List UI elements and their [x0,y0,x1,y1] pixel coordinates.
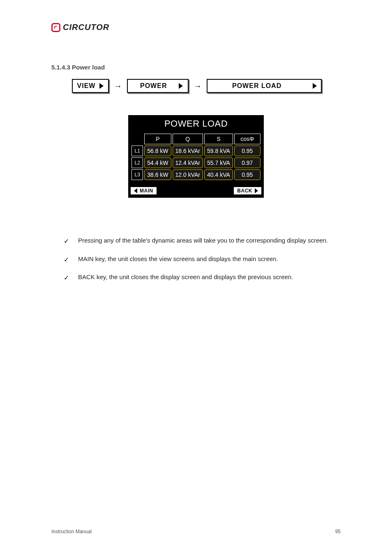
table-row[interactable]: L3 38.6 kW 12.0 kVAr 40.4 kVA 0.95 [131,169,261,180]
cell[interactable]: 56.8 kW [144,146,171,156]
section-heading: 5.1.4.3 Power load [51,64,105,71]
play-right-icon [255,188,258,193]
cell[interactable]: 54.4 kW [144,157,171,168]
cell[interactable]: 12.4 kVAr [173,157,203,168]
row-header: L3 [131,169,143,180]
crumb-power-button[interactable]: POWER [127,79,189,93]
play-right-icon [313,83,317,89]
col-header: S [204,134,233,144]
cell[interactable]: 0.97 [234,157,261,168]
bullet-text: BACK key, the unit closes the display sc… [78,273,293,281]
bullet-text: MAIN key, the unit closes the view scree… [78,255,278,263]
play-left-icon [134,188,137,193]
bullet-list: ✓ Pressing any of the table's dynamic ar… [64,236,330,291]
check-icon: ✓ [64,255,69,264]
list-item: ✓ MAIN key, the unit closes the view scr… [64,255,330,264]
cell[interactable]: 0.95 [234,169,261,180]
power-table: P Q S cosΦ L1 56.8 kW 18.6 kVAr 59.8 kVA… [130,132,262,181]
row-header: L1 [131,146,143,156]
footer-left: Instruction Manual [51,529,92,534]
device-footer: MAIN BACK [129,187,263,197]
crumb-power-label: POWER [140,82,167,90]
col-header: P [144,134,171,144]
col-header: Q [173,134,203,144]
col-header: cosΦ [234,134,261,144]
bullet-text: Pressing any of the table's dynamic area… [78,236,328,245]
play-right-icon [179,83,183,89]
table-row[interactable]: L1 56.8 kW 18.6 kVAr 59.8 kVA 0.95 [131,146,261,156]
arrow-icon: → [194,81,202,91]
check-icon: ✓ [64,237,69,246]
device-title: POWER LOAD [129,116,263,132]
back-button[interactable]: BACK [234,187,261,194]
crumb-view-label: VIEW [77,82,96,90]
main-button-label: MAIN [140,188,153,194]
play-right-icon [99,83,104,89]
cell[interactable]: 0.95 [234,146,261,156]
cell[interactable]: 55.7 kVA [204,157,233,168]
arrow-icon: → [114,81,122,91]
cell[interactable]: 12.0 kVAr [173,169,203,180]
page-number: 95 [335,529,341,534]
cell[interactable]: 40.4 kVA [204,169,233,180]
cell[interactable]: 18.6 kVAr [173,146,203,156]
back-button-label: BACK [237,188,252,194]
logo: CIRCUTOR [51,23,109,32]
crumb-load-button[interactable]: POWER LOAD [207,79,322,93]
check-icon: ✓ [64,273,69,282]
logo-text: CIRCUTOR [63,23,109,32]
main-button[interactable]: MAIN [131,187,157,194]
crumb-view-button[interactable]: VIEW [72,79,109,93]
crumb-load-label: POWER LOAD [232,82,281,90]
cell[interactable]: 38.6 kW [144,169,171,180]
breadcrumb: VIEW → POWER → POWER LOAD [72,79,341,93]
cell[interactable]: 59.8 kVA [204,146,233,156]
list-item: ✓ BACK key, the unit closes the display … [64,273,330,282]
table-corner-blank [131,134,143,144]
list-item: ✓ Pressing any of the table's dynamic ar… [64,236,330,246]
page-footer: Instruction Manual 95 [51,529,341,534]
logo-icon [51,23,60,32]
table-row[interactable]: L2 54.4 kW 12.4 kVAr 55.7 kVA 0.97 [131,157,261,168]
device-screen: POWER LOAD P Q S cosΦ L1 56.8 kW 18.6 kV… [128,115,264,198]
row-header: L2 [131,157,143,168]
